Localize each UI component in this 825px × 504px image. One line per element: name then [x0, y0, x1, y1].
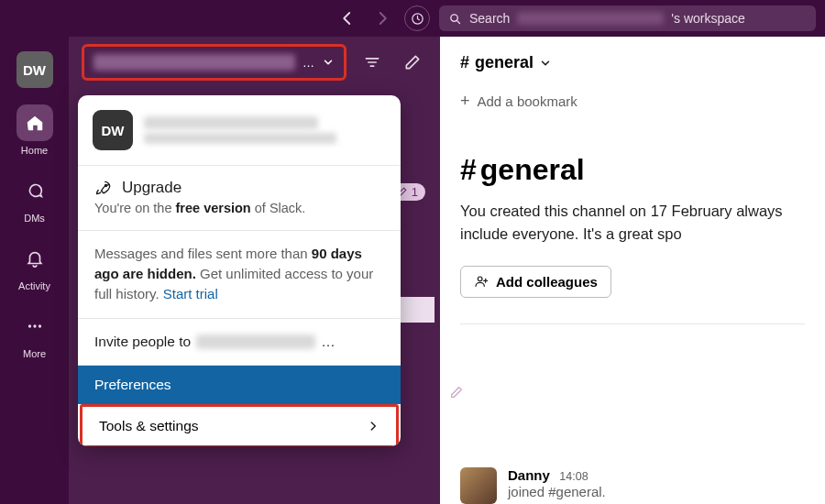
rail-label-more: More: [23, 348, 46, 359]
rail-item-activity[interactable]: Activity: [16, 240, 53, 291]
filter-button[interactable]: [358, 48, 387, 77]
message-author[interactable]: Danny: [508, 467, 550, 483]
svg-point-11: [478, 277, 482, 281]
search-label-prefix: Search: [469, 11, 510, 26]
channel-name-header: general: [475, 53, 534, 72]
chevron-down-icon: [322, 56, 335, 69]
history-desc-pre: Messages and files sent more than: [94, 246, 312, 261]
add-bookmark-label: Add a bookmark: [478, 93, 578, 109]
filter-icon: [363, 53, 381, 71]
invite-people-item[interactable]: Invite people to …: [78, 319, 401, 365]
workspace-menu-sub-redacted: [144, 133, 336, 144]
add-colleagues-label: Add colleagues: [496, 274, 598, 290]
rail-label-dms: DMs: [24, 213, 45, 224]
channel-hero-desc: You created this channel on 17 February …: [460, 200, 805, 246]
workspace-header: …: [69, 37, 440, 88]
add-bookmark-button[interactable]: + Add a bookmark: [460, 93, 805, 109]
pencil-icon: [449, 385, 464, 400]
workspace-menu-name-redacted: [144, 116, 318, 129]
upgrade-title: Upgrade: [122, 179, 182, 197]
upgrade-desc-bold: free version: [176, 201, 251, 215]
svg-point-3: [28, 324, 30, 327]
rail-label-home: Home: [21, 145, 48, 156]
invite-workspace-redacted: [196, 334, 315, 349]
invite-prefix: Invite people to: [94, 334, 191, 350]
history-section: Messages and files sent more than 90 day…: [78, 231, 401, 318]
nav-forward-button[interactable]: [369, 5, 395, 31]
draft-count: 1: [412, 185, 418, 199]
message-row[interactable]: Danny 14:08 joined #general.: [440, 467, 825, 504]
chevron-down-icon: [539, 57, 552, 70]
nav-back-button[interactable]: [335, 5, 360, 31]
channel-hero-title: general: [460, 153, 805, 187]
preferences-label: Preferences: [94, 377, 171, 393]
rail-item-dms[interactable]: DMs: [16, 172, 53, 224]
upgrade-section[interactable]: Upgrade You're on the free version of Sl…: [78, 166, 401, 230]
prefs-edit-icon-aside[interactable]: [449, 385, 464, 400]
home-icon: [25, 113, 45, 133]
compose-button[interactable]: [398, 48, 427, 77]
search-input[interactable]: Search 's workspace: [439, 5, 816, 31]
tools-settings-item[interactable]: Tools & settings: [80, 404, 399, 446]
channel-name-hero: general: [460, 153, 585, 187]
upgrade-desc-pre: You're on the: [94, 201, 176, 215]
bell-icon: [25, 248, 45, 268]
channel-sidebar: … 1 DW: [69, 37, 440, 504]
workspace-menu-header[interactable]: DW: [78, 95, 401, 165]
invite-suffix: …: [321, 334, 336, 350]
message-text: joined #general.: [508, 484, 606, 499]
search-icon: [448, 12, 462, 26]
top-bar: Search 's workspace: [0, 0, 825, 37]
preferences-item[interactable]: Preferences: [78, 366, 401, 404]
workspace-switcher[interactable]: DW: [16, 51, 53, 88]
compose-icon: [403, 53, 422, 71]
add-colleagues-button[interactable]: Add colleagues: [460, 266, 611, 298]
search-workspace-redacted: [517, 12, 664, 25]
channel-title-button[interactable]: # general: [460, 53, 805, 72]
nav-rail: DW Home DMs Activity More: [0, 37, 69, 504]
rocket-icon: [94, 179, 113, 197]
channel-header: # general + Add a bookmark: [440, 37, 825, 120]
rail-item-more[interactable]: More: [16, 308, 53, 359]
plus-icon: +: [460, 93, 470, 109]
rail-item-home[interactable]: Home: [16, 104, 53, 156]
search-label-suffix: 's workspace: [671, 11, 744, 26]
workspace-name-redacted: [94, 54, 295, 71]
more-icon: [25, 316, 45, 336]
rail-label-activity: Activity: [18, 280, 50, 291]
avatar[interactable]: [460, 467, 497, 504]
workspace-menu: DW Upgrade You're on the free version of…: [78, 95, 401, 446]
message-time: 14:08: [559, 470, 588, 483]
add-person-icon: [474, 274, 489, 289]
workspace-menu-button[interactable]: …: [82, 44, 346, 81]
chevron-right-icon: [367, 420, 380, 433]
start-trial-link[interactable]: Start trial: [163, 286, 218, 301]
dms-icon: [25, 181, 45, 201]
upgrade-desc-post: of Slack.: [251, 201, 306, 215]
history-button[interactable]: [404, 5, 430, 31]
workspace-menu-badge: DW: [93, 110, 133, 150]
svg-point-4: [33, 324, 36, 327]
svg-point-5: [38, 324, 40, 327]
channel-content: # general + Add a bookmark general You c…: [440, 37, 825, 504]
tools-settings-label: Tools & settings: [99, 418, 199, 434]
svg-line-2: [456, 20, 459, 23]
